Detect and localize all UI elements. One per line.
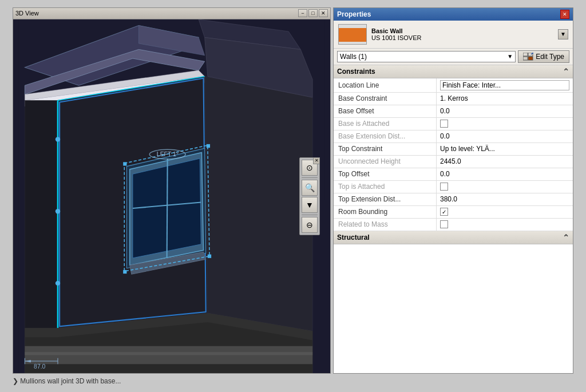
table-row: Top is Attached [334, 181, 573, 193]
location-line-input[interactable] [440, 80, 569, 90]
prop-label-top-constraint: Top Constraint [334, 143, 437, 155]
viewport-title: 3D View [15, 10, 39, 17]
prop-label-top-offset: Top Offset [334, 168, 437, 180]
prop-value-top-offset[interactable]: 0.0 [437, 168, 573, 180]
layer-bottom [339, 42, 366, 44]
svg-rect-7 [25, 100, 58, 328]
type-selector-row: Basic Wall US 1001 ISOVER ▼ [334, 21, 573, 49]
viewport-canvas: LEFT 1° 87.0 [13, 19, 330, 373]
constraints-collapse-button[interactable]: ⌃ [563, 67, 569, 76]
dropdown-arrow-icon: ▼ [507, 53, 513, 60]
structural-label: Structural [337, 233, 370, 241]
toolbar-zoom-button[interactable]: 🔍 [302, 180, 318, 196]
svg-text:LEFT  1°: LEFT 1° [157, 151, 179, 157]
base-ext-dist-value: 0.0 [440, 132, 450, 140]
prop-value-base-offset[interactable]: 0.0 [437, 105, 573, 117]
svg-point-37 [56, 208, 60, 213]
prop-value-top-attached [437, 181, 573, 193]
close-button[interactable]: ✕ [319, 9, 328, 17]
edit-type-button[interactable]: Edit Type [518, 50, 569, 63]
type-family-label: Basic Wall [371, 27, 553, 34]
walls-selection-label: Walls (1) [340, 53, 367, 61]
wall-layers-preview [339, 25, 366, 44]
edit-type-icon [523, 53, 533, 61]
svg-rect-21 [207, 144, 210, 147]
base-attached-checkbox[interactable] [440, 120, 448, 128]
prop-label-top-ext-dist: Top Extension Dist... [334, 193, 437, 205]
prop-value-location-line[interactable] [437, 78, 573, 92]
room-bounding-checkbox[interactable]: ✓ [440, 208, 448, 216]
svg-marker-9 [205, 76, 313, 331]
unconnected-height-value: 2445.0 [440, 157, 461, 165]
toolbar-down-button[interactable]: ▼ [302, 197, 318, 213]
edit-type-label: Edit Type [536, 53, 564, 61]
viewport-panel: 3D View − □ ✕ [13, 7, 331, 374]
related-to-mass-checkbox[interactable] [440, 220, 448, 228]
viewport-controls: − □ ✕ [298, 9, 328, 17]
structural-collapse-button[interactable]: ⌃ [563, 233, 569, 242]
top-constraint-value: Up to level: YLÄ... [440, 145, 495, 153]
prop-value-unconnected-height: 2445.0 [437, 156, 573, 168]
restore-button[interactable]: □ [308, 9, 318, 17]
svg-marker-29 [25, 352, 312, 355]
prop-value-related-to-mass [437, 219, 573, 231]
prop-label-base-attached: Base is Attached [334, 118, 437, 130]
viewport-toolbar: ✕ ⊙ 🔍 ▼ ⊖ [299, 157, 320, 235]
base-offset-value: 0.0 [440, 107, 450, 115]
toolbar-close-button[interactable]: ✕ [313, 157, 320, 164]
prop-value-base-constraint[interactable]: 1. Kerros [437, 93, 573, 105]
prop-value-base-ext-dist: 0.0 [437, 130, 573, 142]
table-row: Related to Mass [334, 219, 573, 231]
properties-panel: Properties ✕ Basic Wall US 1001 ISOVER ▼… [333, 7, 573, 374]
type-thumbnail [338, 24, 367, 45]
dimension-label: 87.0 [34, 363, 46, 369]
type-name-block: Basic Wall US 1001 ISOVER [371, 27, 553, 41]
prop-value-top-constraint[interactable]: Up to level: YLÄ... [437, 143, 573, 155]
table-row: Top Offset 0.0 [334, 168, 573, 181]
prop-label-related-to-mass: Related to Mass [334, 219, 437, 231]
prop-label-base-offset: Base Offset [334, 105, 437, 117]
walls-selection-row: Walls (1) ▼ Edit Type [334, 49, 573, 65]
svg-point-38 [56, 280, 60, 285]
constraints-section-header: Constraints ⌃ [334, 65, 573, 78]
svg-rect-42 [528, 57, 533, 60]
svg-point-36 [56, 137, 60, 141]
table-row: Room Bounding ✓ [334, 206, 573, 219]
viewport-titlebar: 3D View − □ ✕ [13, 8, 330, 19]
prop-value-base-attached [437, 118, 573, 130]
base-constraint-value: 1. Kerros [440, 94, 468, 102]
walls-dropdown[interactable]: Walls (1) ▼ [337, 51, 516, 62]
type-dropdown-button[interactable]: ▼ [558, 29, 568, 39]
properties-titlebar: Properties ✕ [334, 8, 573, 21]
svg-rect-20 [123, 162, 126, 165]
properties-title: Properties [337, 10, 371, 18]
top-offset-value: 0.0 [440, 170, 450, 178]
table-row: Unconnected Height 2445.0 [334, 156, 573, 168]
svg-rect-22 [208, 254, 211, 258]
svg-rect-39 [523, 53, 528, 56]
properties-close-button[interactable]: ✕ [560, 10, 569, 19]
table-row: Base Constraint 1. Kerros [334, 93, 573, 105]
svg-line-17 [167, 159, 168, 258]
properties-table: Constraints ⌃ Location Line Base Constra… [334, 65, 573, 373]
table-row: Location Line [334, 78, 573, 93]
toolbar-minus-button[interactable]: ⊖ [302, 217, 318, 233]
minimize-button[interactable]: − [298, 9, 307, 17]
table-row: Base Offset 0.0 [334, 105, 573, 118]
top-attached-checkbox[interactable] [440, 183, 448, 191]
table-row: Base is Attached [334, 118, 573, 130]
layer-main [339, 28, 366, 42]
prop-label-top-attached: Top is Attached [334, 181, 437, 193]
prop-value-top-ext-dist[interactable]: 380.0 [437, 193, 573, 205]
prop-label-base-constraint: Base Constraint [334, 93, 437, 105]
prop-label-unconnected-height: Unconnected Height [334, 156, 437, 168]
table-row: Top Extension Dist... 380.0 [334, 193, 573, 206]
prop-value-room-bounding[interactable]: ✓ [437, 206, 573, 218]
prop-label-room-bounding: Room Bounding [334, 206, 437, 218]
main-container: 3D View − □ ✕ [13, 7, 573, 374]
footer-label: ❯ Mullions wall joint 3D with base... [13, 377, 573, 385]
prop-label-location-line: Location Line [334, 78, 437, 92]
table-row: Top Constraint Up to level: YLÄ... [334, 143, 573, 156]
toolbar-divider-2 [302, 215, 318, 215]
constraints-label: Constraints [337, 68, 375, 76]
